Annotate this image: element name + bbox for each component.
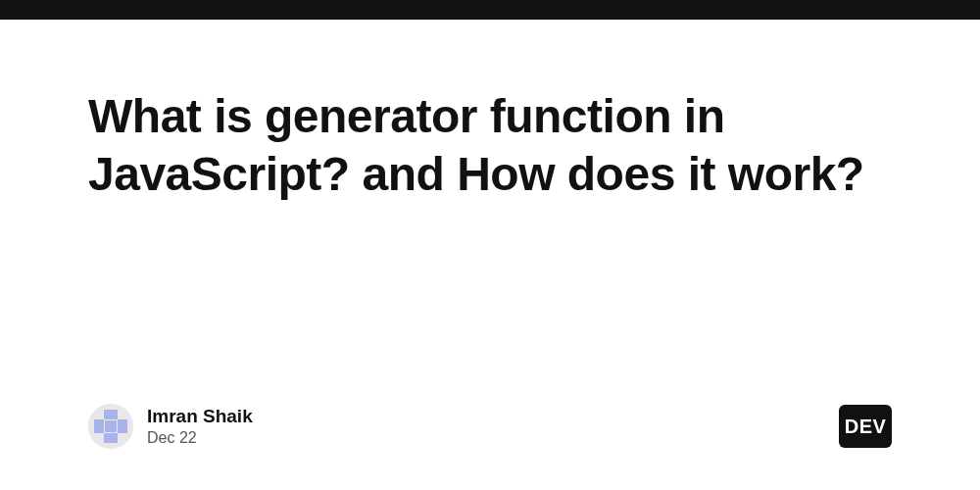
article-header: What is generator function in JavaScript… xyxy=(0,20,980,203)
post-title: What is generator function in JavaScript… xyxy=(88,88,892,203)
dev-logo-icon[interactable]: DEV xyxy=(839,405,892,448)
svg-rect-4 xyxy=(104,433,118,443)
meta-row: Imran Shaik Dec 22 DEV xyxy=(88,404,892,449)
svg-rect-5 xyxy=(105,420,117,432)
top-bar xyxy=(0,0,980,20)
author-name: Imran Shaik xyxy=(147,405,253,428)
dev-logo-label: DEV xyxy=(845,416,887,438)
author-text: Imran Shaik Dec 22 xyxy=(147,405,253,448)
svg-rect-2 xyxy=(94,419,104,433)
avatar xyxy=(88,404,133,449)
author-block[interactable]: Imran Shaik Dec 22 xyxy=(88,404,253,449)
svg-rect-3 xyxy=(118,419,127,433)
svg-rect-1 xyxy=(104,410,118,419)
post-date: Dec 22 xyxy=(147,428,253,448)
